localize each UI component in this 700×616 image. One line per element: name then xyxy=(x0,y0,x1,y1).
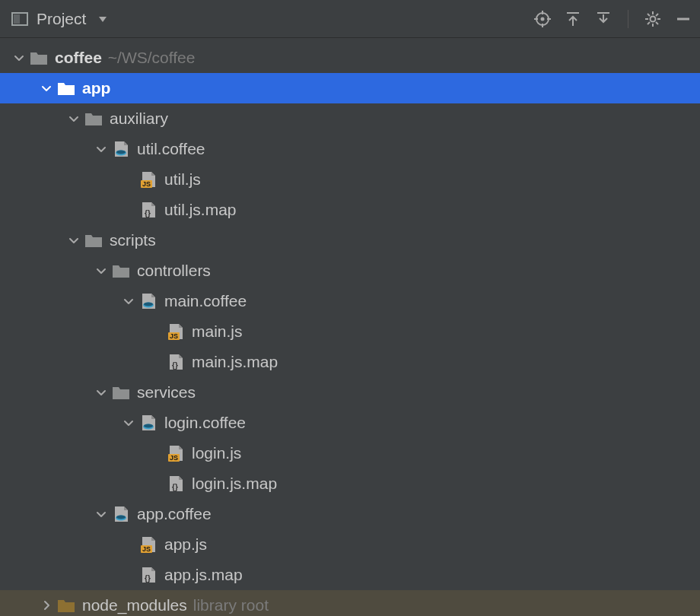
tool-window-title[interactable]: Project xyxy=(37,10,86,28)
folder-icon xyxy=(84,109,103,129)
file-node-app-js[interactable]: app.js xyxy=(0,529,700,560)
map-file-icon xyxy=(138,565,158,585)
chevron-down-icon[interactable] xyxy=(119,417,138,429)
folder-label: scripts xyxy=(110,231,156,249)
js-file-icon xyxy=(138,170,158,189)
project-name: coffee xyxy=(55,49,102,67)
file-label: app.js.map xyxy=(164,566,243,584)
folder-node-auxiliary[interactable]: auxiliary xyxy=(0,103,700,134)
file-node-login-js[interactable]: login.js xyxy=(0,438,700,468)
file-label: main.js.map xyxy=(192,353,278,371)
coffee-file-icon xyxy=(138,413,158,433)
file-node-main-js-map[interactable]: main.js.map xyxy=(0,347,700,377)
js-file-icon xyxy=(138,535,158,554)
file-node-main-coffee[interactable]: main.coffee xyxy=(0,286,700,316)
project-tree: coffee ~/WS/coffee app auxiliary util.co… xyxy=(0,38,700,616)
select-opened-file-button[interactable] xyxy=(533,10,552,28)
file-node-login-coffee[interactable]: login.coffee xyxy=(0,408,700,438)
folder-node-controllers[interactable]: controllers xyxy=(0,256,700,286)
file-node-util-js[interactable]: util.js xyxy=(0,164,700,195)
file-label: login.js.map xyxy=(192,475,277,493)
file-node-util-coffee[interactable]: util.coffee xyxy=(0,134,700,164)
file-label: login.coffee xyxy=(164,414,246,432)
toolbar-separator xyxy=(628,10,628,28)
file-node-app-js-map[interactable]: app.js.map xyxy=(0,560,700,590)
file-node-app-coffee[interactable]: app.coffee xyxy=(0,499,700,529)
file-label: util.js xyxy=(164,170,201,189)
chevron-down-icon[interactable] xyxy=(91,143,111,155)
folder-label: node_modules xyxy=(82,596,187,614)
folder-icon xyxy=(84,230,103,250)
map-file-icon xyxy=(166,474,186,494)
map-file-icon xyxy=(138,200,158,220)
coffee-file-icon xyxy=(111,139,131,159)
file-label: main.coffee xyxy=(164,292,247,310)
library-folder-icon xyxy=(56,595,76,615)
file-node-util-js-map[interactable]: util.js.map xyxy=(0,195,700,225)
file-label: main.js xyxy=(192,322,243,341)
expand-all-button[interactable] xyxy=(564,10,582,28)
folder-label: controllers xyxy=(137,262,211,280)
chevron-down-icon[interactable] xyxy=(119,295,138,307)
coffee-file-icon xyxy=(138,291,158,311)
folder-node-services[interactable]: services xyxy=(0,377,700,408)
chevron-down-icon[interactable] xyxy=(91,386,111,398)
folder-icon xyxy=(111,383,131,402)
file-node-login-js-map[interactable]: login.js.map xyxy=(0,468,700,499)
hide-tool-window-button[interactable] xyxy=(674,10,692,28)
project-root-node[interactable]: coffee ~/WS/coffee xyxy=(0,43,700,73)
project-path: ~/WS/coffee xyxy=(108,49,196,67)
file-label: app.coffee xyxy=(137,505,212,523)
file-label: util.js.map xyxy=(164,201,237,219)
view-mode-dropdown[interactable] xyxy=(94,10,112,28)
chevron-down-icon[interactable] xyxy=(91,508,111,520)
js-file-icon xyxy=(166,443,186,463)
chevron-down-icon[interactable] xyxy=(64,113,84,125)
coffee-file-icon xyxy=(111,504,131,524)
folder-icon xyxy=(56,78,76,98)
folder-label: auxiliary xyxy=(110,110,168,128)
settings-button[interactable] xyxy=(644,10,662,28)
file-label: util.coffee xyxy=(137,140,205,158)
file-label: app.js xyxy=(164,535,207,554)
chevron-down-icon[interactable] xyxy=(91,265,111,277)
file-label: login.js xyxy=(192,444,241,462)
js-file-icon xyxy=(166,322,186,341)
chevron-right-icon[interactable] xyxy=(37,599,56,611)
file-node-main-js[interactable]: main.js xyxy=(0,316,700,347)
folder-icon xyxy=(29,48,49,68)
chevron-down-icon[interactable] xyxy=(37,82,56,94)
chevron-down-icon[interactable] xyxy=(64,234,84,246)
folder-label: app xyxy=(82,79,110,97)
folder-node-app[interactable]: app xyxy=(0,73,700,103)
folder-node-node-modules[interactable]: node_modules library root xyxy=(0,590,700,616)
folder-icon xyxy=(111,261,131,281)
project-tool-window-header: Project xyxy=(0,0,700,38)
chevron-down-icon[interactable] xyxy=(9,52,29,64)
library-root-note: library root xyxy=(193,596,269,614)
folder-node-scripts[interactable]: scripts xyxy=(0,225,700,256)
tool-window-icon xyxy=(11,10,29,28)
folder-label: services xyxy=(137,383,196,402)
collapse-all-button[interactable] xyxy=(594,10,612,28)
map-file-icon xyxy=(166,352,186,372)
